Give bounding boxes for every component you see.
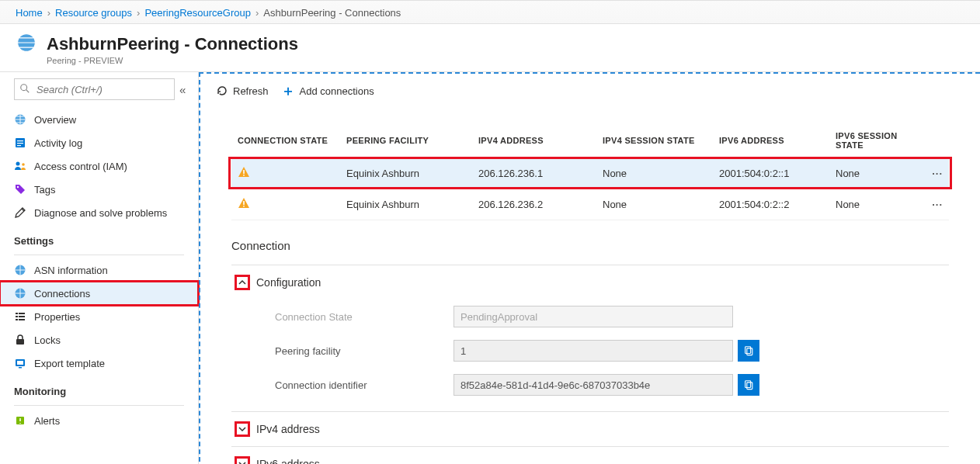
chevron-right-icon: › xyxy=(137,7,140,19)
activity-log-icon xyxy=(14,137,26,149)
svg-rect-16 xyxy=(19,316,25,317)
connection-section-title: Connection xyxy=(200,220,980,258)
properties-icon xyxy=(14,310,26,323)
row-context-menu[interactable]: ··· xyxy=(926,158,949,189)
cell-ipv6: 2001:504:0:2::1 xyxy=(713,158,829,189)
svg-rect-6 xyxy=(17,143,23,144)
cell-ipv4-state: None xyxy=(596,189,713,220)
copy-button[interactable] xyxy=(738,374,759,396)
copy-button[interactable] xyxy=(738,340,759,362)
peering-icon xyxy=(16,32,37,56)
page-title: AshburnPeering - Connections xyxy=(47,34,298,54)
sidebar-item-overview[interactable]: Overview xyxy=(0,108,198,131)
svg-rect-19 xyxy=(16,339,24,345)
search-field[interactable] xyxy=(35,83,169,96)
warning-icon xyxy=(238,200,250,212)
accordion-ipv4[interactable]: IPv4 address xyxy=(231,411,949,446)
cell-facility: Equinix Ashburn xyxy=(340,158,472,189)
svg-point-1 xyxy=(21,84,27,90)
svg-rect-21 xyxy=(17,361,23,365)
main-pane: Refresh ＋ Add connections CONNECTION STA… xyxy=(199,72,980,464)
divider xyxy=(14,255,184,255)
chevron-down-icon xyxy=(235,421,250,437)
sidebar-item-diagnose[interactable]: Diagnose and solve problems xyxy=(0,201,198,224)
add-label: Add connections xyxy=(300,85,374,97)
col-peering-facility[interactable]: PEERING FACILITY xyxy=(340,123,472,158)
col-connection-state[interactable]: CONNECTION STATE xyxy=(231,123,340,158)
sidebar-item-connections[interactable]: Connections xyxy=(0,282,198,305)
diagnose-icon xyxy=(14,206,26,219)
refresh-button[interactable]: Refresh xyxy=(216,85,269,97)
toolbar: Refresh ＋ Add connections xyxy=(200,74,980,108)
field-label-connection-identifier: Connection identifier xyxy=(275,379,454,391)
sidebar-item-label: Diagnose and solve problems xyxy=(34,207,167,219)
cell-facility: Equinix Ashburn xyxy=(340,189,472,220)
svg-rect-31 xyxy=(747,383,752,390)
sidebar-section-settings: Settings xyxy=(0,224,198,251)
warning-icon xyxy=(238,169,250,181)
accordion-label: IPv4 address xyxy=(256,423,320,435)
refresh-icon xyxy=(216,85,228,97)
accordion-ipv6[interactable]: IPv6 address xyxy=(231,446,949,464)
sidebar-item-export-template[interactable]: Export template xyxy=(0,351,198,375)
col-ipv4[interactable]: IPV4 ADDRESS xyxy=(472,123,596,158)
svg-point-9 xyxy=(22,163,25,166)
search-input[interactable] xyxy=(14,78,175,100)
globe-icon xyxy=(14,113,26,126)
add-connections-button[interactable]: ＋ Add connections xyxy=(281,81,374,100)
svg-point-10 xyxy=(17,186,19,188)
breadcrumb: Home › Resource groups › PeeringResource… xyxy=(0,1,980,24)
cell-ipv6-state: None xyxy=(829,189,926,220)
col-ipv4-state[interactable]: IPV4 SESSION STATE xyxy=(596,123,713,158)
field-value-connection-state: PendingApproval xyxy=(454,306,733,327)
svg-rect-27 xyxy=(243,206,245,207)
accordion-configuration[interactable]: Configuration xyxy=(231,265,949,300)
svg-point-8 xyxy=(16,162,20,166)
svg-rect-26 xyxy=(243,201,245,205)
cell-ipv6: 2001:504:0:2::2 xyxy=(713,189,829,220)
refresh-label: Refresh xyxy=(233,85,269,97)
breadcrumb-resource-groups[interactable]: Resource groups xyxy=(55,7,132,19)
sidebar-item-activity-log[interactable]: Activity log xyxy=(0,131,198,154)
sidebar-section-monitoring: Monitoring xyxy=(0,375,198,402)
svg-rect-14 xyxy=(19,313,25,314)
table-row[interactable]: Equinix Ashburn 206.126.236.1 None 2001:… xyxy=(231,158,949,189)
row-context-menu[interactable]: ··· xyxy=(926,189,949,220)
table-row[interactable]: Equinix Ashburn 206.126.236.2 None 2001:… xyxy=(231,189,949,220)
divider xyxy=(14,405,184,406)
svg-rect-22 xyxy=(19,367,22,369)
sidebar-item-alerts[interactable]: Alerts xyxy=(0,409,198,432)
sidebar-item-label: Activity log xyxy=(34,137,82,149)
collapse-sidebar-icon[interactable]: « xyxy=(179,83,186,96)
svg-rect-30 xyxy=(745,381,751,388)
sidebar-item-properties[interactable]: Properties xyxy=(0,305,198,328)
sidebar-item-label: Connections xyxy=(34,288,90,300)
chevron-right-icon: › xyxy=(47,7,50,19)
sidebar-item-tags[interactable]: Tags xyxy=(0,178,198,201)
export-icon xyxy=(14,357,26,369)
cell-ipv4: 206.126.236.1 xyxy=(472,158,596,189)
col-ipv6-state[interactable]: IPV6 SESSION STATE xyxy=(829,123,926,158)
chevron-down-icon xyxy=(235,456,250,464)
breadcrumb-home[interactable]: Home xyxy=(16,7,43,19)
search-icon xyxy=(19,83,30,96)
sidebar-item-label: Properties xyxy=(34,311,80,323)
accordion-label: IPv6 address xyxy=(256,458,320,464)
cell-ipv6-state: None xyxy=(829,158,926,189)
sidebar-item-label: Export template xyxy=(34,358,105,369)
field-label-connection-state: Connection State xyxy=(275,311,454,323)
sidebar-item-asn[interactable]: ASN information xyxy=(0,258,198,282)
tag-icon xyxy=(14,183,26,196)
sidebar-item-locks[interactable]: Locks xyxy=(0,328,198,351)
plus-icon: ＋ xyxy=(281,81,295,100)
field-value-connection-identifier: 8f52a84e-581d-41d4-9e6c-687037033b4e xyxy=(454,374,733,396)
svg-rect-25 xyxy=(243,175,245,176)
accordion-label: Configuration xyxy=(256,276,321,289)
sidebar-item-label: Overview xyxy=(34,114,76,126)
sidebar-item-iam[interactable]: Access control (IAM) xyxy=(0,154,198,178)
iam-icon xyxy=(14,160,26,172)
col-ipv6[interactable]: IPV6 ADDRESS xyxy=(713,123,829,158)
svg-rect-5 xyxy=(17,140,23,141)
alerts-icon xyxy=(14,414,26,427)
breadcrumb-group[interactable]: PeeringResourceGroup xyxy=(144,7,251,19)
